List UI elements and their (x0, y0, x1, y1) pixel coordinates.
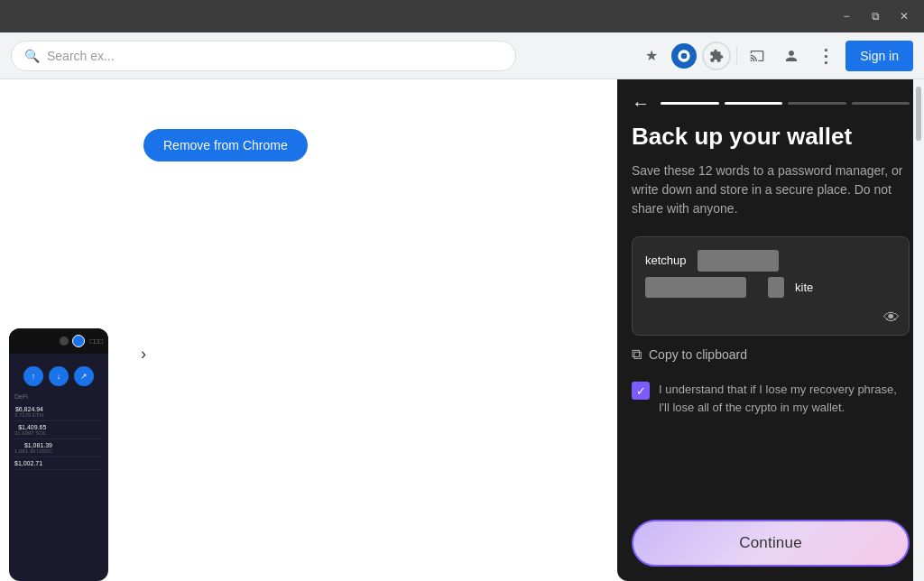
seed-phrase-words: ketchup kite (645, 250, 896, 298)
sign-in-button[interactable]: Sign in (845, 41, 913, 71)
browser-toolbar: 🔍 Search ex... ★ ⋮ Sign in (0, 32, 924, 79)
step-4 (852, 102, 910, 105)
wallet-dot (72, 335, 85, 347)
menu-icon[interactable]: ⋮ (811, 42, 840, 70)
wallet-icon-1: ↑ (23, 366, 43, 386)
restore-button[interactable]: ⧉ (863, 4, 888, 29)
copy-icon: ⧉ (632, 346, 642, 363)
seed-word-blurred-3 (768, 277, 784, 298)
svg-point-1 (681, 52, 688, 59)
title-bar: − ⧉ ✕ (0, 0, 924, 32)
bookmark-icon[interactable]: ★ (637, 42, 666, 70)
balance-item-2: $1,409.65 31.6997 SOL (14, 421, 103, 439)
copy-label: Copy to clipboard (649, 347, 747, 362)
omnibox[interactable]: 🔍 Search ex... (11, 41, 516, 71)
chevron-right-icon[interactable]: › (131, 341, 156, 366)
balance-item-4: $1,002.71 (14, 457, 103, 470)
popup-content: Back up your wallet Save these 12 words … (617, 123, 924, 581)
toggle-visibility-button[interactable]: 👁 (883, 309, 900, 327)
wallet-icon-2: ↓ (49, 366, 69, 386)
step-indicators (661, 102, 910, 105)
seed-word-blurred-1 (698, 250, 779, 271)
wallet-icon-3: ↗ (74, 366, 94, 386)
checkmark-icon: ✓ (636, 384, 646, 398)
extensions-icon[interactable] (702, 42, 731, 70)
wallet-action-icons: ↑ ↓ ↗ (14, 366, 103, 386)
profile-icon[interactable] (777, 42, 806, 70)
search-placeholder: Search ex... (47, 49, 115, 63)
toolbar-icons: ★ ⋮ Sign in (637, 41, 913, 71)
seed-word-blurred-2 (645, 277, 746, 298)
popup-subtitle: Save these 12 words to a password manage… (632, 161, 910, 218)
understanding-checkbox[interactable]: ✓ (632, 382, 650, 400)
extension-active-icon[interactable] (671, 43, 697, 69)
wallet-preview-header: □□□ (9, 328, 108, 354)
popup-title: Back up your wallet (632, 123, 910, 151)
close-button[interactable]: ✕ (892, 4, 917, 29)
balance-item-3: $1,081.39 1,081.39 USDC (14, 439, 103, 457)
wallet-preview-card: □□□ ↑ ↓ ↗ DeFi $6,824.94 3.7129 ETH $1 (9, 328, 108, 581)
cast-icon[interactable] (743, 42, 772, 70)
wallet-popup: ← Back up your wallet Save these 12 word… (617, 79, 924, 581)
page-area: Remove from Chrome □□□ ↑ ↓ ↗ DeFi $6,824… (0, 79, 924, 581)
seed-word-2: kite (795, 277, 813, 298)
wallet-preview-body: ↑ ↓ ↗ DeFi $6,824.94 3.7129 ETH $1,409.6… (9, 354, 108, 475)
copy-to-clipboard-row[interactable]: ⧉ Copy to clipboard (632, 346, 910, 363)
search-icon: 🔍 (24, 49, 40, 63)
step-3 (788, 102, 846, 105)
page-scrollbar[interactable] (913, 79, 924, 581)
popup-header: ← (617, 79, 924, 123)
understanding-checkbox-row: ✓ I understand that if I lose my recover… (632, 381, 910, 416)
step-1 (661, 102, 719, 105)
continue-button[interactable]: Continue (632, 520, 910, 567)
remove-from-chrome-button[interactable]: Remove from Chrome (143, 129, 308, 161)
balance-item-1: $6,824.94 3.7129 ETH (14, 403, 103, 421)
eye-icon: 👁 (883, 309, 900, 327)
understanding-label: I understand that if I lose my recovery … (659, 381, 910, 416)
step-2 (725, 102, 783, 105)
toolbar-separator (736, 47, 737, 65)
seed-word-1: ketchup (645, 250, 687, 271)
scrollbar-thumb (916, 87, 921, 141)
minimize-button[interactable]: − (834, 4, 859, 29)
seed-phrase-box: ketchup kite 👁 (632, 236, 910, 336)
back-button[interactable]: ← (632, 94, 650, 112)
